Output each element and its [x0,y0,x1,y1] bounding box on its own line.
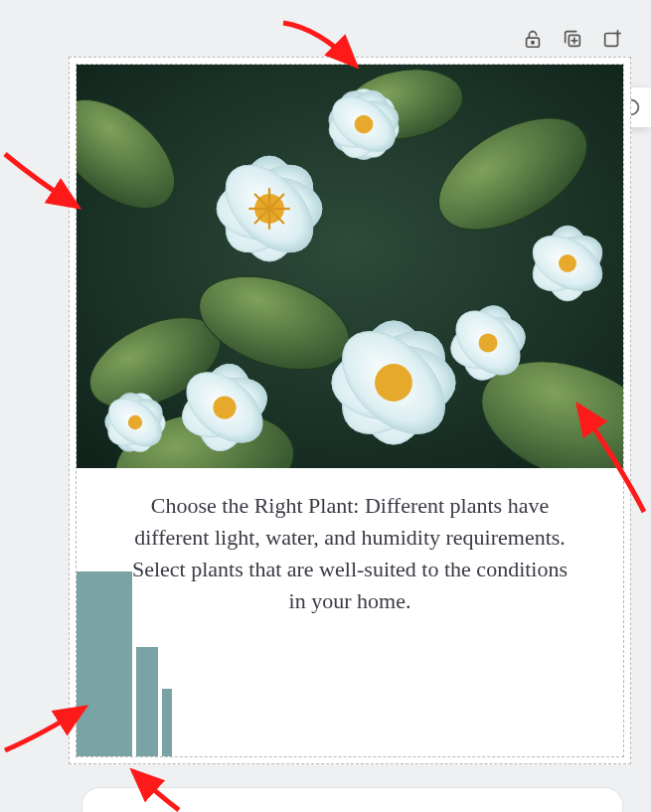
add-panel-icon[interactable] [601,28,623,50]
unlock-icon[interactable] [522,28,544,50]
chat-input[interactable] [81,787,623,812]
bar-2 [136,647,158,756]
decorative-bar-chart [77,571,172,756]
svg-rect-3 [605,34,618,47]
svg-point-37 [355,115,374,134]
selected-card[interactable]: Choose the Right Plant: Different plants… [69,57,631,764]
card-image [77,65,623,468]
card-inner-border: Choose the Right Plant: Different plants… [76,64,624,757]
svg-point-1 [532,41,534,43]
svg-point-53 [213,396,236,418]
copy-plus-icon[interactable] [562,28,583,50]
editor-toolbar [522,28,623,50]
svg-point-73 [479,334,498,353]
svg-point-66 [128,415,142,429]
bar-1 [77,571,132,756]
svg-point-60 [559,254,576,272]
svg-point-46 [375,364,412,402]
bar-3 [162,689,172,756]
